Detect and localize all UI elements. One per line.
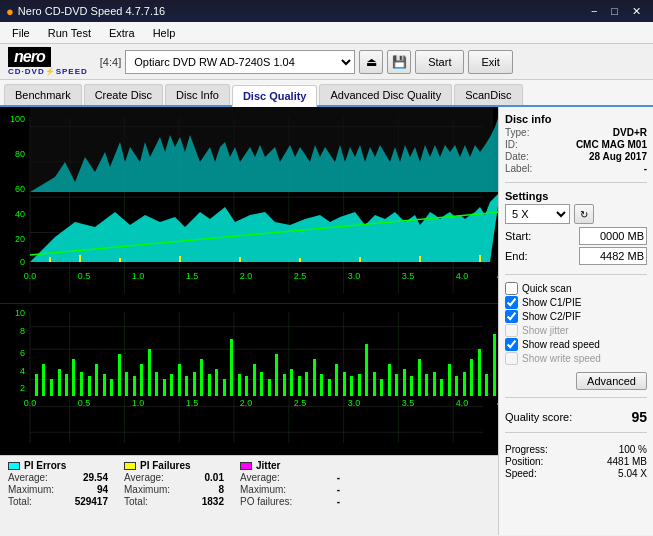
progress-value: 100 % xyxy=(619,444,647,455)
tab-create-disc[interactable]: Create Disc xyxy=(84,84,163,105)
close-button[interactable]: ✕ xyxy=(626,2,647,20)
bottom-chart-svg: 10 8 6 4 2 0.0 0.5 1.0 1.5 2.0 2.5 3.0 3… xyxy=(0,304,498,455)
end-label: End: xyxy=(505,250,528,262)
svg-rect-79 xyxy=(140,364,143,396)
show-c2-pif-label: Show C2/PIF xyxy=(522,311,581,322)
svg-text:2.5: 2.5 xyxy=(294,398,307,408)
minimize-button[interactable]: − xyxy=(585,2,603,20)
svg-text:0: 0 xyxy=(20,257,25,267)
show-read-speed-label: Show read speed xyxy=(522,339,600,350)
eject-icon[interactable]: ⏏ xyxy=(359,50,383,74)
refresh-button[interactable]: ↻ xyxy=(574,204,594,224)
svg-rect-106 xyxy=(343,372,346,396)
svg-text:3.5: 3.5 xyxy=(402,271,415,281)
show-jitter-label: Show jitter xyxy=(522,325,569,336)
svg-rect-73 xyxy=(95,364,98,396)
tab-disc-quality[interactable]: Disc Quality xyxy=(232,85,318,107)
start-input[interactable] xyxy=(579,227,647,245)
show-c2-pif-row: Show C2/PIF xyxy=(505,310,647,323)
top-chart: 100 80 60 40 20 0 16 12 8 6 4 2 0.0 0.5 … xyxy=(0,107,498,304)
show-write-speed-row: Show write speed xyxy=(505,352,647,365)
svg-rect-78 xyxy=(133,376,136,396)
date-label: Date: xyxy=(505,151,529,162)
svg-rect-67 xyxy=(50,379,53,396)
svg-rect-111 xyxy=(380,379,383,396)
end-input[interactable] xyxy=(579,247,647,265)
jitter-title: Jitter xyxy=(256,460,280,471)
quality-row: Quality score: 95 xyxy=(505,409,647,425)
svg-rect-95 xyxy=(260,372,263,396)
svg-rect-101 xyxy=(305,372,308,396)
svg-rect-108 xyxy=(358,374,361,396)
pi-errors-title: PI Errors xyxy=(24,460,66,471)
tab-disc-info[interactable]: Disc Info xyxy=(165,84,230,105)
svg-text:2.0: 2.0 xyxy=(240,398,253,408)
menu-file[interactable]: File xyxy=(4,25,38,41)
svg-rect-74 xyxy=(103,374,106,396)
id-label: ID: xyxy=(505,139,518,150)
svg-text:0.5: 0.5 xyxy=(78,398,91,408)
menu-extra[interactable]: Extra xyxy=(101,25,143,41)
svg-rect-109 xyxy=(365,344,368,396)
quick-scan-checkbox[interactable] xyxy=(505,282,518,295)
position-label: Position: xyxy=(505,456,543,467)
svg-text:2: 2 xyxy=(20,383,25,393)
svg-rect-71 xyxy=(80,372,83,396)
pi-failures-max-label: Maximum: xyxy=(124,484,170,495)
pi-errors-total-label: Total: xyxy=(8,496,32,507)
svg-text:0.0: 0.0 xyxy=(24,271,37,281)
pi-errors-avg-value: 29.54 xyxy=(83,472,108,483)
svg-text:1.0: 1.0 xyxy=(132,271,145,281)
show-write-speed-checkbox[interactable] xyxy=(505,352,518,365)
quick-scan-row: Quick scan xyxy=(505,282,647,295)
svg-rect-65 xyxy=(35,374,38,396)
disc-info-section: Disc info Type: DVD+R ID: CMC MAG M01 Da… xyxy=(505,113,647,175)
svg-rect-92 xyxy=(238,374,241,396)
show-read-speed-row: Show read speed xyxy=(505,338,647,351)
position-value: 4481 MB xyxy=(607,456,647,467)
tab-advanced-disc-quality[interactable]: Advanced Disc Quality xyxy=(319,84,452,105)
menu-run-test[interactable]: Run Test xyxy=(40,25,99,41)
svg-rect-96 xyxy=(268,379,271,396)
tab-benchmark[interactable]: Benchmark xyxy=(4,84,82,105)
show-c1-pie-label: Show C1/PIE xyxy=(522,297,581,308)
svg-rect-118 xyxy=(433,372,436,396)
svg-rect-125 xyxy=(485,374,488,396)
show-read-speed-checkbox[interactable] xyxy=(505,338,518,351)
jitter-max-value: - xyxy=(337,484,340,495)
pi-failures-avg-value: 0.01 xyxy=(205,472,224,483)
svg-rect-81 xyxy=(155,372,158,396)
show-jitter-checkbox[interactable] xyxy=(505,324,518,337)
pi-failures-color xyxy=(124,462,136,470)
start-button[interactable]: Start xyxy=(415,50,464,74)
save-icon[interactable]: 💾 xyxy=(387,50,411,74)
svg-text:2.5: 2.5 xyxy=(294,271,307,281)
id-value: CMC MAG M01 xyxy=(576,139,647,150)
legend-pi-failures: PI Failures Average: 0.01 Maximum: 8 Tot… xyxy=(124,460,224,507)
disc-label-label: Label: xyxy=(505,163,532,174)
progress-section: Progress: 100 % Position: 4481 MB Speed:… xyxy=(505,444,647,480)
svg-rect-116 xyxy=(418,359,421,396)
exit-button[interactable]: Exit xyxy=(468,50,512,74)
show-c1-pie-checkbox[interactable] xyxy=(505,296,518,309)
drive-select[interactable]: Optiarc DVD RW AD-7240S 1.04 xyxy=(125,50,355,74)
svg-rect-77 xyxy=(125,372,128,396)
show-write-speed-label: Show write speed xyxy=(522,353,601,364)
show-c2-pif-checkbox[interactable] xyxy=(505,310,518,323)
start-label: Start: xyxy=(505,230,531,242)
svg-rect-119 xyxy=(440,379,443,396)
speed-select[interactable]: 5 X 1 X 2 X 4 X 8 X Max xyxy=(505,204,570,224)
menu-help[interactable]: Help xyxy=(145,25,184,41)
svg-text:40: 40 xyxy=(15,209,25,219)
svg-rect-107 xyxy=(350,376,353,396)
svg-text:3.0: 3.0 xyxy=(348,398,361,408)
maximize-button[interactable]: □ xyxy=(605,2,624,20)
pi-errors-max-label: Maximum: xyxy=(8,484,54,495)
svg-rect-122 xyxy=(463,372,466,396)
svg-rect-82 xyxy=(163,379,166,396)
svg-text:2.0: 2.0 xyxy=(240,271,253,281)
pi-failures-avg-label: Average: xyxy=(124,472,164,483)
advanced-button[interactable]: Advanced xyxy=(576,372,647,390)
tab-scandisc[interactable]: ScanDisc xyxy=(454,84,522,105)
svg-text:80: 80 xyxy=(15,149,25,159)
